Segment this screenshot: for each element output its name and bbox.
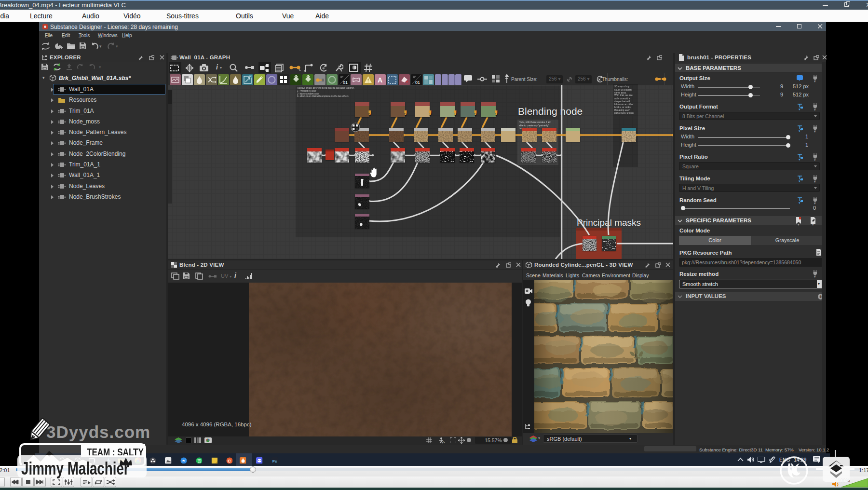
svg-text:⇲: ⇲ (443, 441, 445, 444)
svg-text:01: 01 (415, 80, 420, 85)
svg-text:C: C (228, 458, 231, 463)
svg-text:Ps: Ps (272, 459, 277, 463)
svg-text:01: 01 (343, 80, 348, 85)
svg-text:A: A (378, 76, 382, 84)
